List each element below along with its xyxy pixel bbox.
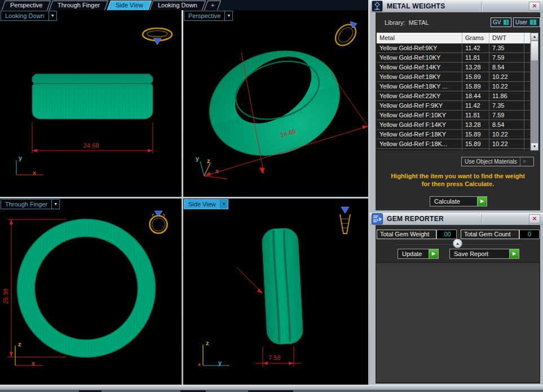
collapse-up-icon[interactable]: ▲	[453, 239, 462, 248]
cell-filler	[524, 149, 531, 151]
table-row[interactable]: Yellow Gold-Ref:14KY13.288.54	[377, 63, 531, 72]
table-row[interactable]: Yellow Gold-Ref:22KY18.4411.86	[377, 91, 531, 101]
chevron-down-icon[interactable]: ▼	[224, 11, 232, 20]
cell-grams: 13.28	[462, 63, 489, 72]
table-scrollbar[interactable]: ▲ ▼	[531, 33, 538, 151]
total-gem-count-value: 0	[519, 230, 540, 239]
tab-looking-down[interactable]: Looking Down	[149, 1, 206, 10]
update-button[interactable]: Update ▶	[398, 249, 439, 259]
cell-grams: 15.89	[462, 139, 489, 148]
table-row[interactable]: Yellow Gold-Ref F:14KY13.288.54	[377, 120, 531, 130]
cell-dwt: 10.22	[489, 82, 524, 91]
viewport-through-finger[interactable]: Through Finger ▼	[0, 199, 182, 385]
cell-metal: Yellow Gold-Ref:18KY	[377, 72, 462, 81]
table-row[interactable]: Yellow Gold-Ref:9KY11.427.35	[377, 43, 531, 53]
user-indicator-icon	[529, 19, 537, 25]
cell-filler	[524, 82, 531, 91]
jewelry-cad-app-window: Perspective Through Finger Side View Loo…	[0, 0, 543, 392]
add-viewport-tab-button[interactable]: +	[204, 1, 222, 10]
table-row[interactable]: Yellow Gold-Ref F:9KY11.427.35	[377, 101, 531, 111]
gem-reporter-titlebar[interactable]: GEM REPORTER ✕	[370, 213, 543, 225]
chevron-down-icon[interactable]: ▼	[220, 200, 228, 209]
library-value: METAL	[409, 19, 429, 26]
metal-weights-icon	[372, 1, 383, 12]
viewport-canvas[interactable]	[183, 10, 368, 197]
cell-grams: 11.81	[462, 111, 489, 120]
tab-perspective[interactable]: Perspective	[2, 1, 51, 10]
titlebar-divider	[482, 214, 483, 223]
viewport-looking-down[interactable]: Looking Down ▼	[0, 10, 182, 197]
column-header-filler	[524, 33, 531, 43]
gem-report-area[interactable]	[376, 262, 540, 383]
viewport-view-selector[interactable]: Through Finger ▼	[1, 199, 60, 209]
user-button-label: User	[515, 19, 527, 25]
viewport-canvas[interactable]	[0, 199, 182, 385]
table-row[interactable]: Yellow Gold-Ref:10KY11.817.59	[377, 53, 531, 63]
viewport-label: Perspective	[184, 11, 224, 20]
axis-y-label: y	[196, 155, 199, 162]
scroll-up-icon[interactable]: ▲	[531, 33, 538, 41]
cell-dwt: 7.59	[489, 53, 524, 62]
viewport-canvas[interactable]	[0, 10, 182, 197]
user-button[interactable]: User	[513, 17, 540, 27]
table-row[interactable]: Yellow Gold-Ref:18KY ...15.8910.22	[377, 82, 531, 91]
cell-metal: Yellow Gold-Ref:18KY ...	[377, 82, 462, 91]
cell-filler	[524, 72, 531, 81]
plus-icon: +	[211, 1, 214, 10]
viewport-view-selector[interactable]: Perspective ▼	[184, 11, 233, 21]
scrollbar-thumb[interactable]	[531, 41, 538, 61]
dimension-value: 24.68	[83, 142, 99, 149]
library-label: Library: METAL	[385, 19, 429, 26]
tab-through-finger[interactable]: Through Finger	[49, 1, 108, 10]
metal-weights-titlebar[interactable]: METAL WEIGHTS ✕	[370, 0, 543, 12]
calculate-button-label: Calculate	[430, 197, 477, 206]
scrollbar-track[interactable]	[531, 41, 538, 143]
dimension-value: 7.58	[268, 354, 280, 361]
viewport-label: Side View	[184, 200, 220, 209]
cell-filler	[524, 120, 531, 129]
bottom-edge-strip	[0, 390, 543, 392]
tab-label: Looking Down	[158, 1, 197, 10]
axis-x-label: x	[198, 362, 201, 367]
viewport-view-selector[interactable]: Side View ▼	[184, 199, 228, 209]
axis-y-label: y	[19, 155, 22, 161]
cell-grams: 13.28	[462, 120, 489, 129]
cell-filler	[524, 130, 531, 139]
cell-dwt: 7.35	[489, 101, 524, 110]
table-row[interactable]: Yellow Gold-Ref:18KY15.8910.22	[377, 72, 531, 82]
viewport-side-view[interactable]: Side View ▼	[183, 199, 368, 385]
instruction-text-line2: for then press Calculate.	[376, 180, 540, 188]
total-gem-weight-label: Total Gem Weight	[377, 230, 436, 239]
panel-title: METAL WEIGHTS	[387, 2, 445, 10]
cell-dwt: 7.35	[489, 43, 524, 52]
table-row[interactable]: Yellow Gold-Ref F:18KY15.8910.22	[377, 130, 531, 139]
axis-x-label: x	[33, 169, 36, 176]
close-icon[interactable]: ✕	[529, 214, 540, 223]
cell-filler	[524, 43, 531, 52]
table-row[interactable]: Yellow Gold-Ref F:18K...15.8910.22	[377, 139, 531, 149]
table-row[interactable]: Yellow Gold-Ref F:10KY11.817.59	[377, 111, 531, 120]
save-report-button[interactable]: Save Report ▶	[449, 249, 519, 259]
cell-grams: 15.89	[462, 130, 489, 139]
cell-grams: 15.89	[462, 82, 489, 91]
use-object-materials-button[interactable]: Use Object Materials ○	[461, 157, 534, 166]
cell-metal: Yellow Gold-Ref F:22KY	[377, 149, 462, 151]
cell-dwt: 7.59	[489, 111, 524, 120]
scroll-down-icon[interactable]: ▼	[531, 143, 538, 151]
table-row[interactable]: Yellow Gold-Ref F:22KY18.4411.86	[377, 149, 531, 151]
gv-button[interactable]: GV	[491, 17, 511, 27]
update-button-label: Update	[398, 249, 429, 258]
viewport-view-selector[interactable]: Looking Down ▼	[1, 11, 57, 21]
viewport-perspective[interactable]: Perspective ▼	[183, 10, 368, 197]
side-panel: METAL WEIGHTS ✕ Library: METAL GV User	[370, 0, 543, 385]
cell-grams: 11.42	[462, 43, 489, 52]
calculate-button[interactable]: Calculate ▶	[430, 196, 487, 206]
tab-side-view[interactable]: Side View	[107, 1, 152, 10]
viewport-label: Looking Down	[1, 11, 48, 20]
chevron-down-icon[interactable]: ▼	[51, 200, 59, 209]
close-icon[interactable]: ✕	[529, 2, 540, 11]
cell-grams: 15.89	[462, 72, 489, 81]
chevron-down-icon[interactable]: ▼	[48, 11, 56, 20]
tab-label: Perspective	[10, 1, 42, 10]
ring-inner-edge	[35, 237, 138, 340]
